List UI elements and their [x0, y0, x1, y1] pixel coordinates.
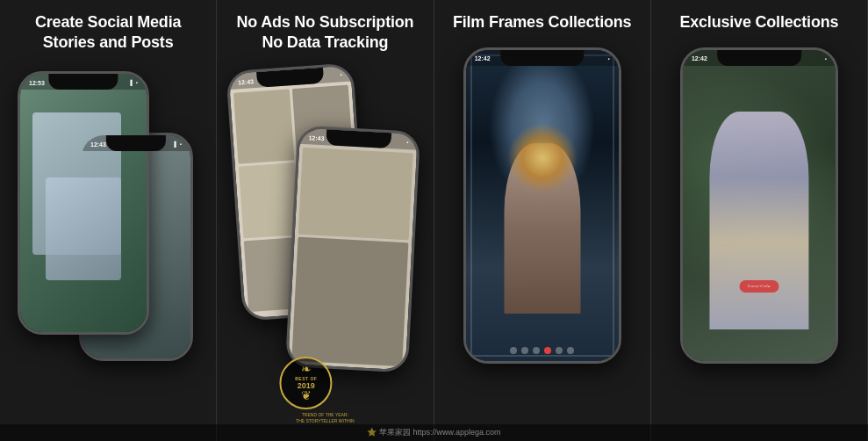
- status-time: 12:42: [692, 55, 707, 61]
- panel1-phones: 12:43 ▌ ▪ 12:53 ▌ ▪: [9, 62, 207, 432]
- battery-icon: ▪: [180, 141, 182, 147]
- panel2-title: No Ads No Subscription No Data Tracking: [226, 12, 424, 52]
- phone-screen: 12:53 ▌ ▪: [20, 74, 147, 332]
- status-bar: 12:53 ▌ ▪: [20, 74, 147, 90]
- battery-icon: ▪: [136, 80, 138, 85]
- watermark: ⭐ 苹果家园 https://www.applega.com: [0, 424, 868, 441]
- tall-cell: [298, 148, 413, 240]
- status-time: 12:53: [29, 80, 45, 86]
- coca-cola-logo: Coca-Cola: [739, 280, 778, 293]
- status-time: 12:42: [475, 55, 491, 61]
- status-time: 12:43: [309, 134, 325, 141]
- panel-exclusive: Exclusive Collections 12:42 ▪ Coca-Cola: [651, 0, 868, 441]
- phone-screen: 12:43 ▪: [288, 128, 418, 371]
- ctrl-dot: [521, 347, 528, 354]
- person-figure: [709, 112, 808, 329]
- laurel-right: ❦: [301, 390, 312, 402]
- status-icons: ▪: [607, 56, 609, 61]
- panel-social-media: Create Social Media Stories and Posts 12…: [0, 0, 217, 441]
- status-bar: 12:43 ▌ ▪: [82, 135, 190, 151]
- status-icons: ▌ ▪: [175, 141, 182, 147]
- panel4-title: Exclusive Collections: [679, 12, 838, 33]
- tall-cell: [292, 237, 409, 367]
- watermark-text: 苹果家园 https://www.applega.com: [379, 428, 501, 437]
- watermark-icon: ⭐: [367, 428, 377, 437]
- status-icons: ▌ ▪: [131, 80, 138, 85]
- status-time: 12:43: [238, 78, 254, 85]
- status-icons: ▪: [406, 140, 408, 145]
- phone-controls: [466, 347, 619, 354]
- status-bar: 12:42 ▪: [683, 50, 836, 66]
- ctrl-dot: [556, 347, 563, 354]
- ctrl-dot: [533, 347, 540, 354]
- panel4-phone-main: 12:42 ▪ Coca-Cola: [680, 47, 838, 364]
- battery-icon: ▪: [607, 56, 609, 61]
- glow-orb: [507, 123, 577, 193]
- status-bar: 12:42 ▪: [466, 50, 619, 66]
- phone-screen: 12:42 ▪ Coca-Cola: [683, 50, 836, 361]
- ctrl-dot: [567, 347, 574, 354]
- grid-cell: [233, 89, 295, 164]
- panel4-phones: 12:42 ▪ Coca-Cola: [660, 43, 858, 433]
- battery-icon: ▪: [825, 56, 827, 61]
- battery-icon: ▪: [406, 140, 408, 145]
- panel3-phones: 12:42 ▪: [443, 43, 642, 433]
- panel-no-ads: No Ads No Subscription No Data Tracking …: [217, 0, 434, 441]
- panel2-phone-secondary: 12:43 ▪: [285, 126, 420, 373]
- signal-icon: ▌: [175, 141, 178, 147]
- ctrl-dot: [510, 347, 517, 354]
- panel1-title: Create Social Media Stories and Posts: [9, 12, 207, 52]
- grid-cell: [239, 163, 300, 239]
- badge-subtitle: TREND OF THE YEAR:THE STORYTELLER WITHIN: [280, 412, 370, 423]
- badge-circle: ❧ BEST OF 2019 ❦: [280, 357, 333, 409]
- battery-icon: ▪: [341, 72, 343, 77]
- panel1-phone-main: 12:53 ▌ ▪: [18, 71, 149, 335]
- signal-icon: ▌: [131, 80, 134, 85]
- laurel-left: ❧: [301, 364, 312, 376]
- best-of-2019-badge: ❧ BEST OF 2019 ❦ TREND OF THE YEAR:THE S…: [280, 357, 370, 423]
- phone-screen: 12:42 ▪: [466, 50, 619, 361]
- status-icons: ▪: [825, 56, 827, 61]
- status-bar: 12:43 ▪: [299, 128, 418, 150]
- panel2-container: 12:43 ▪ 12:43: [226, 62, 424, 432]
- panel3-phone-main: 12:42 ▪: [463, 47, 621, 364]
- coca-cola-text: Coca-Cola: [748, 284, 771, 288]
- panel-film-frames: Film Frames Collections 12:42 ▪: [434, 0, 651, 441]
- panel2-phones: 12:43 ▪ 12:43: [226, 62, 424, 432]
- status-icons: ▪: [341, 72, 343, 77]
- ctrl-dot-active: [544, 347, 551, 354]
- status-time: 12:43: [90, 141, 106, 148]
- panel3-title: Film Frames Collections: [453, 12, 631, 33]
